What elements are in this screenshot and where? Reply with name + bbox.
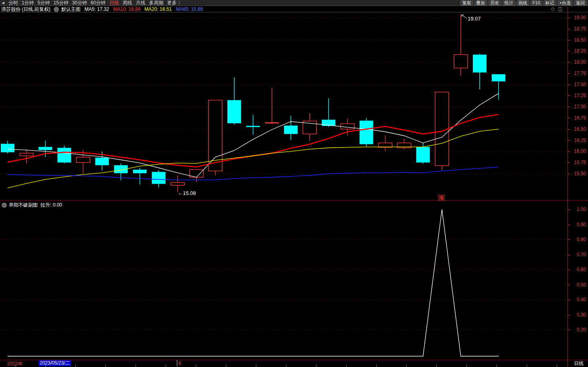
axis-tick <box>568 239 570 240</box>
sub-indicator-value: 拉升: 0.00 <box>41 202 62 209</box>
toolbar-button-5[interactable]: F10 <box>531 0 542 6</box>
axis-label: 17.00 <box>570 104 586 109</box>
chart-canvas[interactable]: 19.07 ←15.08 <box>0 0 588 367</box>
axis-label: 0.50 <box>570 282 586 288</box>
zhang-signal-marker: 涨 <box>438 195 444 201</box>
axis-tick <box>568 315 570 315</box>
axis-tick <box>568 40 570 41</box>
axis-tick <box>568 95 570 96</box>
axis-label: 18.75 <box>570 26 586 32</box>
chevron-down-icon[interactable]: ⌄ <box>54 7 59 12</box>
date-tick <box>226 365 226 367</box>
stock-title: 浪莎股份 (日线,前复权) <box>1 6 51 13</box>
axis-label: 17.25 <box>570 93 586 98</box>
high-annotation-label: 19.07 <box>468 16 481 22</box>
date-tick <box>136 365 136 367</box>
selected-date-chip: 2023/05/23/二 <box>39 360 71 366</box>
axis-tick <box>568 285 570 285</box>
date-tick <box>45 365 46 367</box>
menubar-item-4[interactable]: 30分钟 <box>72 0 87 6</box>
date-tick <box>466 365 467 367</box>
axis-tick <box>568 270 570 270</box>
menubar-item-6[interactable]: 日线 <box>109 0 119 6</box>
menubar-item-9[interactable]: 多周期 <box>149 0 163 6</box>
axis-label: 18.50 <box>570 37 586 43</box>
axis-tick <box>568 151 570 152</box>
menubar-item-10[interactable]: 更多 〉 <box>167 0 182 6</box>
axis-tick <box>568 73 570 74</box>
axis-tick <box>568 18 570 18</box>
ma-legend-item-1: MA10: 16.84 <box>113 6 140 12</box>
axis-label: 18.00 <box>570 59 586 65</box>
axis-label: 16.75 <box>570 115 586 121</box>
date-tick <box>166 365 166 367</box>
axis-label: 0.40 <box>570 297 586 302</box>
date-tick <box>527 365 527 367</box>
date-tick <box>497 365 497 367</box>
axis-label: 18.25 <box>570 48 586 54</box>
menubar-item-8[interactable]: 月线 <box>136 0 145 6</box>
axis-tick <box>568 129 570 130</box>
axis-label: 19.00 <box>570 15 586 20</box>
axis-tick <box>568 162 570 163</box>
date-tick <box>15 365 16 367</box>
axis-label: 1.00 <box>570 207 586 212</box>
axis-label: 16.25 <box>570 138 586 143</box>
axis-tick <box>568 118 570 118</box>
toolbar-button-0[interactable]: 复权 <box>460 0 473 6</box>
menubar-item-2[interactable]: 5分钟 <box>38 0 50 6</box>
stock-app-window: 19.07 ←15.08 ◀ 分时1分钟5分钟15分钟30分钟60分钟日线周线月… <box>0 0 588 367</box>
menubar-item-0[interactable]: 分时 <box>8 0 18 6</box>
menubar: ◀ 分时1分钟5分钟15分钟30分钟60分钟日线周线月线多周期更多 〉 复权叠加… <box>0 0 588 6</box>
collapse-panel-icon[interactable]: ◀ <box>2 0 4 6</box>
axis-label: 16.50 <box>570 126 586 132</box>
datebar-divider <box>177 360 177 366</box>
toolbar-button-8[interactable]: 返回 <box>574 0 587 6</box>
axis-label: 0.60 <box>570 267 586 272</box>
sub-indicator-name[interactable]: 单阳不破副图 <box>9 202 38 209</box>
axis-label: 0.20 <box>570 327 586 333</box>
axis-label: 17.50 <box>570 82 586 87</box>
toolbar-button-4[interactable]: 画线 <box>517 0 529 6</box>
toolbar-button-2[interactable]: 历史 <box>489 0 501 6</box>
axis-label: 15.50 <box>570 171 586 176</box>
axis-tick <box>568 330 570 330</box>
period-label: 日线 <box>571 360 586 367</box>
split-window-icon[interactable]: ◫ <box>558 6 562 12</box>
ma-legend-item-3: MA60: 15.66 <box>176 6 203 12</box>
date-tick <box>196 365 196 367</box>
axis-label: 15.75 <box>570 160 586 165</box>
axis-tick <box>568 225 570 225</box>
axis-label: 0.30 <box>570 312 586 318</box>
menubar-item-5[interactable]: 60分钟 <box>91 0 105 6</box>
month-label: 6 <box>178 361 181 366</box>
date-tick <box>75 365 76 367</box>
axis-tick <box>568 300 570 300</box>
diamond-icon[interactable]: ◇ <box>551 6 554 12</box>
titlebar: 浪莎股份 (日线,前复权) ⌄ 默认主图 MA5: 17.32MA10: 16.… <box>0 6 566 12</box>
axis-label: 16.00 <box>570 148 586 154</box>
axis-label: 17.75 <box>570 71 586 76</box>
chevron-down-icon[interactable]: ⌄ <box>2 203 7 208</box>
low-annotation-label: ←15.08 <box>178 190 196 196</box>
axis-tick <box>568 107 570 107</box>
ma-legend: MA5: 17.32MA10: 16.84MA20: 16.51MA60: 15… <box>85 6 207 12</box>
menubar-item-7[interactable]: 周线 <box>122 0 132 6</box>
axis-tick <box>568 85 570 85</box>
date-tick <box>286 365 286 367</box>
high-annotation-arrow <box>462 15 467 18</box>
axis-tick <box>568 174 570 174</box>
date-tick <box>557 365 557 367</box>
toolbar-button-6[interactable]: 标记 <box>543 0 556 6</box>
axis-tick <box>568 140 570 141</box>
date-tick <box>256 365 256 367</box>
axis-tick <box>568 51 570 51</box>
menubar-item-3[interactable]: 15分钟 <box>53 0 68 6</box>
menubar-item-1[interactable]: 1分钟 <box>22 0 34 6</box>
ma-legend-item-0: MA5: 17.32 <box>85 6 109 12</box>
toolbar-button-1[interactable]: 叠加 <box>474 0 487 6</box>
toolbar-button-3[interactable]: 统计 <box>503 0 515 6</box>
main-layout-selector[interactable]: 默认主图 <box>61 6 81 13</box>
toolbar-button-7[interactable]: +自选 <box>558 0 573 6</box>
axis-tick <box>568 255 570 255</box>
